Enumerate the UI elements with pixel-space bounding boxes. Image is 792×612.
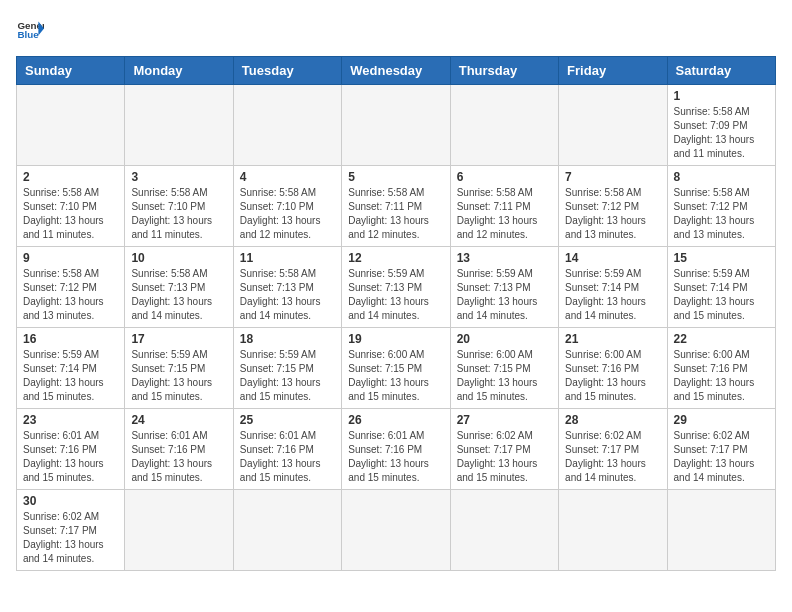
logo-icon: General Blue [16, 16, 44, 44]
day-number: 2 [23, 170, 118, 184]
page-header: General Blue [16, 16, 776, 44]
day-info: Sunrise: 5:59 AM Sunset: 7:15 PM Dayligh… [240, 348, 335, 404]
svg-text:Blue: Blue [17, 29, 39, 40]
calendar-day-cell: 24Sunrise: 6:01 AM Sunset: 7:16 PM Dayli… [125, 409, 233, 490]
day-number: 30 [23, 494, 118, 508]
day-number: 29 [674, 413, 769, 427]
calendar-day-cell: 10Sunrise: 5:58 AM Sunset: 7:13 PM Dayli… [125, 247, 233, 328]
calendar-day-cell [667, 490, 775, 571]
day-number: 27 [457, 413, 552, 427]
day-number: 1 [674, 89, 769, 103]
calendar-week-row: 23Sunrise: 6:01 AM Sunset: 7:16 PM Dayli… [17, 409, 776, 490]
calendar-day-cell: 12Sunrise: 5:59 AM Sunset: 7:13 PM Dayli… [342, 247, 450, 328]
day-info: Sunrise: 5:58 AM Sunset: 7:12 PM Dayligh… [23, 267, 118, 323]
day-number: 15 [674, 251, 769, 265]
day-info: Sunrise: 5:59 AM Sunset: 7:15 PM Dayligh… [131, 348, 226, 404]
day-info: Sunrise: 5:58 AM Sunset: 7:09 PM Dayligh… [674, 105, 769, 161]
logo: General Blue [16, 16, 44, 44]
day-number: 14 [565, 251, 660, 265]
day-number: 16 [23, 332, 118, 346]
day-info: Sunrise: 6:02 AM Sunset: 7:17 PM Dayligh… [674, 429, 769, 485]
calendar-day-cell: 2Sunrise: 5:58 AM Sunset: 7:10 PM Daylig… [17, 166, 125, 247]
weekday-header-thursday: Thursday [450, 57, 558, 85]
calendar-week-row: 16Sunrise: 5:59 AM Sunset: 7:14 PM Dayli… [17, 328, 776, 409]
day-info: Sunrise: 6:02 AM Sunset: 7:17 PM Dayligh… [457, 429, 552, 485]
day-number: 13 [457, 251, 552, 265]
day-number: 28 [565, 413, 660, 427]
day-info: Sunrise: 6:00 AM Sunset: 7:15 PM Dayligh… [457, 348, 552, 404]
day-info: Sunrise: 5:58 AM Sunset: 7:10 PM Dayligh… [23, 186, 118, 242]
calendar-day-cell: 15Sunrise: 5:59 AM Sunset: 7:14 PM Dayli… [667, 247, 775, 328]
calendar-day-cell: 9Sunrise: 5:58 AM Sunset: 7:12 PM Daylig… [17, 247, 125, 328]
day-number: 24 [131, 413, 226, 427]
calendar-day-cell: 22Sunrise: 6:00 AM Sunset: 7:16 PM Dayli… [667, 328, 775, 409]
calendar-day-cell: 26Sunrise: 6:01 AM Sunset: 7:16 PM Dayli… [342, 409, 450, 490]
day-info: Sunrise: 5:58 AM Sunset: 7:12 PM Dayligh… [565, 186, 660, 242]
weekday-header-wednesday: Wednesday [342, 57, 450, 85]
calendar-day-cell: 29Sunrise: 6:02 AM Sunset: 7:17 PM Dayli… [667, 409, 775, 490]
day-info: Sunrise: 5:58 AM Sunset: 7:11 PM Dayligh… [457, 186, 552, 242]
day-info: Sunrise: 5:58 AM Sunset: 7:10 PM Dayligh… [131, 186, 226, 242]
day-info: Sunrise: 6:01 AM Sunset: 7:16 PM Dayligh… [23, 429, 118, 485]
weekday-header-row: SundayMondayTuesdayWednesdayThursdayFrid… [17, 57, 776, 85]
day-info: Sunrise: 5:59 AM Sunset: 7:14 PM Dayligh… [23, 348, 118, 404]
day-number: 19 [348, 332, 443, 346]
day-number: 11 [240, 251, 335, 265]
day-info: Sunrise: 5:59 AM Sunset: 7:14 PM Dayligh… [565, 267, 660, 323]
calendar-day-cell [342, 85, 450, 166]
calendar-day-cell: 4Sunrise: 5:58 AM Sunset: 7:10 PM Daylig… [233, 166, 341, 247]
calendar-day-cell [342, 490, 450, 571]
day-info: Sunrise: 6:01 AM Sunset: 7:16 PM Dayligh… [240, 429, 335, 485]
day-info: Sunrise: 6:02 AM Sunset: 7:17 PM Dayligh… [565, 429, 660, 485]
calendar-day-cell [450, 490, 558, 571]
calendar-week-row: 30Sunrise: 6:02 AM Sunset: 7:17 PM Dayli… [17, 490, 776, 571]
day-number: 6 [457, 170, 552, 184]
day-number: 10 [131, 251, 226, 265]
day-info: Sunrise: 5:58 AM Sunset: 7:13 PM Dayligh… [131, 267, 226, 323]
calendar-day-cell: 6Sunrise: 5:58 AM Sunset: 7:11 PM Daylig… [450, 166, 558, 247]
calendar-day-cell: 5Sunrise: 5:58 AM Sunset: 7:11 PM Daylig… [342, 166, 450, 247]
day-number: 3 [131, 170, 226, 184]
calendar-day-cell: 14Sunrise: 5:59 AM Sunset: 7:14 PM Dayli… [559, 247, 667, 328]
calendar-table: SundayMondayTuesdayWednesdayThursdayFrid… [16, 56, 776, 571]
weekday-header-tuesday: Tuesday [233, 57, 341, 85]
calendar-week-row: 2Sunrise: 5:58 AM Sunset: 7:10 PM Daylig… [17, 166, 776, 247]
calendar-day-cell: 21Sunrise: 6:00 AM Sunset: 7:16 PM Dayli… [559, 328, 667, 409]
day-number: 26 [348, 413, 443, 427]
calendar-week-row: 1Sunrise: 5:58 AM Sunset: 7:09 PM Daylig… [17, 85, 776, 166]
day-number: 21 [565, 332, 660, 346]
calendar-day-cell [233, 490, 341, 571]
weekday-header-monday: Monday [125, 57, 233, 85]
day-info: Sunrise: 5:58 AM Sunset: 7:13 PM Dayligh… [240, 267, 335, 323]
day-info: Sunrise: 5:59 AM Sunset: 7:14 PM Dayligh… [674, 267, 769, 323]
calendar-day-cell [559, 85, 667, 166]
calendar-day-cell: 13Sunrise: 5:59 AM Sunset: 7:13 PM Dayli… [450, 247, 558, 328]
calendar-day-cell [450, 85, 558, 166]
day-info: Sunrise: 5:58 AM Sunset: 7:11 PM Dayligh… [348, 186, 443, 242]
day-info: Sunrise: 6:01 AM Sunset: 7:16 PM Dayligh… [131, 429, 226, 485]
day-number: 8 [674, 170, 769, 184]
calendar-day-cell: 8Sunrise: 5:58 AM Sunset: 7:12 PM Daylig… [667, 166, 775, 247]
calendar-day-cell: 23Sunrise: 6:01 AM Sunset: 7:16 PM Dayli… [17, 409, 125, 490]
day-number: 25 [240, 413, 335, 427]
calendar-day-cell: 25Sunrise: 6:01 AM Sunset: 7:16 PM Dayli… [233, 409, 341, 490]
day-info: Sunrise: 6:02 AM Sunset: 7:17 PM Dayligh… [23, 510, 118, 566]
calendar-day-cell [125, 490, 233, 571]
day-number: 18 [240, 332, 335, 346]
day-number: 7 [565, 170, 660, 184]
calendar-day-cell: 1Sunrise: 5:58 AM Sunset: 7:09 PM Daylig… [667, 85, 775, 166]
calendar-day-cell [17, 85, 125, 166]
calendar-day-cell: 19Sunrise: 6:00 AM Sunset: 7:15 PM Dayli… [342, 328, 450, 409]
day-info: Sunrise: 6:00 AM Sunset: 7:16 PM Dayligh… [565, 348, 660, 404]
day-info: Sunrise: 5:59 AM Sunset: 7:13 PM Dayligh… [348, 267, 443, 323]
day-info: Sunrise: 5:58 AM Sunset: 7:12 PM Dayligh… [674, 186, 769, 242]
calendar-day-cell: 28Sunrise: 6:02 AM Sunset: 7:17 PM Dayli… [559, 409, 667, 490]
day-number: 4 [240, 170, 335, 184]
weekday-header-friday: Friday [559, 57, 667, 85]
day-number: 12 [348, 251, 443, 265]
weekday-header-saturday: Saturday [667, 57, 775, 85]
calendar-day-cell [233, 85, 341, 166]
calendar-day-cell: 30Sunrise: 6:02 AM Sunset: 7:17 PM Dayli… [17, 490, 125, 571]
day-number: 17 [131, 332, 226, 346]
calendar-week-row: 9Sunrise: 5:58 AM Sunset: 7:12 PM Daylig… [17, 247, 776, 328]
